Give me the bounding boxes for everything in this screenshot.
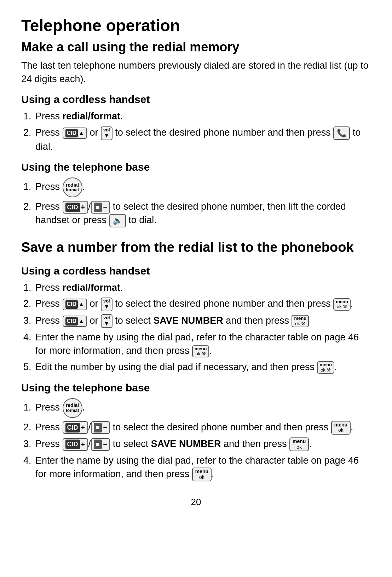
menu-ok-button: menu ok ⚒ [333,298,351,311]
redial-bottom-label: format [66,188,79,192]
list-item: Press CID ▲ or vol ▼ to select the desir… [34,297,371,311]
menu-ok-button3: menu ok ⚒ [192,345,209,358]
redial-format-label: redial/format [63,111,121,121]
menu-ok-button4: menu ok ⚒ [317,361,334,374]
page-title: Telephone operation [21,14,371,37]
list-item: Press CID + / ■ − to select the desired … [34,421,371,435]
cid-dark-label3: CID [65,440,80,449]
section1-intro: The last ten telephone numbers previousl… [21,59,371,86]
plus-icon2: + [81,423,85,432]
subsection1-steps: Press redial/format. Press CID ▲ or vol … [34,110,371,153]
save-number-label: SAVE NUMBER [153,315,223,326]
menu-label5: menu [334,422,347,428]
vol-down-button: vol ▼ [101,126,113,140]
up-arrow-icon3: ▲ [79,317,84,325]
menu-ok-button7: menu ok [192,468,212,481]
menu-ok-button5: menu ok [331,421,351,435]
box-minus-button3: ■ − [91,438,110,451]
menu-ok-button2: menu ok ⚒ [292,315,309,327]
box-minus-label3: ■ [94,440,102,449]
list-item: Edit the number by using the dial pad if… [34,361,371,374]
list-item: Press CID + / ■ − to select the desired … [34,200,371,227]
minus-icon3: − [103,440,108,449]
cid-up-button: CID ▲ [63,128,87,139]
cid-plus-button2: CID + [63,421,88,434]
menu-ok-button6: menu ok [289,437,309,451]
speaker-button: 🔈 [109,214,126,228]
redial-bottom-label2: format [66,408,79,413]
minus-icon2: − [103,423,108,432]
list-item: Press CID ▲ or vol ▼ to select the desir… [34,126,371,153]
phone-icon: 📞 [337,128,346,139]
list-item: Press redial format . [34,177,371,197]
subsection2-heading: Using the telephone base [21,160,371,175]
up-arrow-icon2: ▲ [79,300,84,308]
save-number-label2: SAVE NUMBER [151,439,221,449]
redial-button2: redial format [63,398,82,418]
vol-down-arrow-icon: ▼ [104,132,110,139]
cid-dark-label: CID [65,203,80,212]
redial-button: redial format [63,177,82,197]
ok-label4: ok ⚒ [321,368,331,373]
vol-down-button3: vol ▼ [101,314,113,328]
section2-heading: Save a number from the redial list to th… [21,238,371,257]
cid-plus-button3: CID + [63,438,88,451]
plus-icon3: + [81,440,85,449]
section2-subsection2-heading: Using the telephone base [21,380,371,395]
vol-down-arrow-icon3: ▼ [104,321,110,327]
plus-icon: + [81,202,85,212]
subsection1-heading: Using a cordless handset [21,92,371,107]
page-container: Telephone operation Make a call using th… [21,14,371,509]
phone-button: 📞 [333,126,350,140]
cid-up-button2: CID ▲ [63,299,87,310]
vol-down-arrow-icon2: ▼ [104,304,110,310]
menu-label2: menu [294,316,306,321]
vol-label: vol [103,128,110,132]
list-item: Press redial/format. [34,110,371,123]
box-minus-button: ■ − [91,201,110,214]
ok-label3: ok ⚒ [195,351,206,356]
page-number: 20 [21,496,371,508]
minus-icon: − [103,202,108,212]
menu-label6: menu [293,439,306,444]
menu-label: menu [336,299,348,304]
list-item: Enter the name by using the dial pad, re… [34,331,371,358]
cid-up-button3: CID ▲ [63,316,87,327]
box-minus-button2: ■ − [91,421,110,434]
section2-subsection1-steps: Press redial/format. Press CID ▲ or vol … [34,281,371,374]
cid-label2: CID [65,300,78,309]
box-minus-label2: ■ [94,423,102,432]
menu-label3: menu [195,346,207,351]
vol-down-button2: vol ▼ [101,298,113,311]
list-item: Press redial/format. [34,281,371,295]
menu-label4: menu [319,362,332,367]
list-item: Press redial format . [34,398,371,418]
redial-top-label: redial [66,182,79,188]
up-arrow-icon: ▲ [79,129,84,137]
list-item: Press CID ▲ or vol ▼ to select SAVE NUMB… [34,314,371,328]
ok-label6: ok [296,445,302,450]
cid-plus-button: CID + [63,201,88,214]
cid-label3: CID [65,317,78,326]
ok-label7: ok [199,475,204,480]
list-item: Press CID + / ■ − to select SAVE NUMBER … [34,437,371,451]
vol-label3: vol [103,315,110,320]
vol-label2: vol [103,299,110,304]
section2-subsection2-steps: Press redial format . Press CID + / ■ − … [34,398,371,482]
box-minus-label: ■ [94,203,102,212]
menu-label7: menu [195,469,208,474]
ok-label5: ok [338,428,344,433]
redial-format-label2: redial/format [63,282,121,293]
speaker-icon: 🔈 [113,215,122,226]
section1-heading: Make a call using the redial memory [21,38,371,56]
list-item: Enter the name by using the dial pad, re… [34,454,371,481]
ok-label2: ok ⚒ [295,321,305,326]
cid-label: CID [65,129,78,137]
ok-label: ok ⚒ [337,304,347,309]
subsection2-steps: Press redial format . Press CID + / ■ − … [34,177,371,227]
cid-dark-label2: CID [65,423,80,432]
redial-top-label2: redial [66,403,79,408]
section2-subsection1-heading: Using a cordless handset [21,264,371,278]
